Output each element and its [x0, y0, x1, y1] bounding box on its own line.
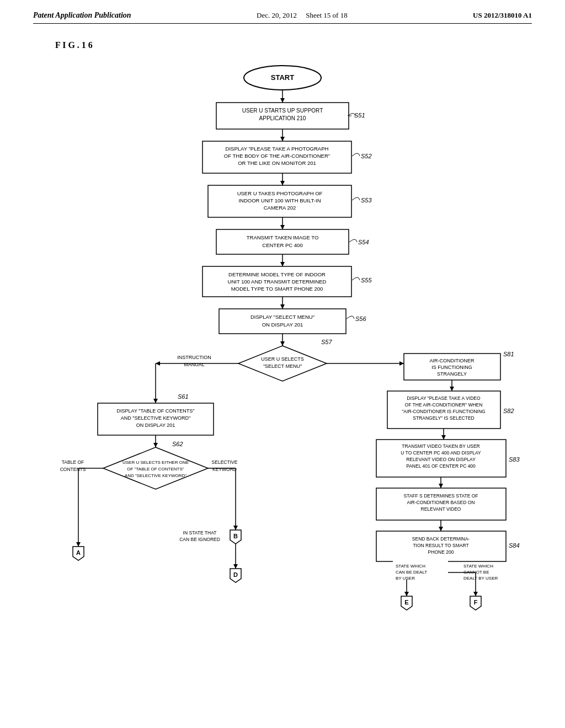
svg-text:D: D: [233, 571, 238, 578]
header-publication-label: Patent Application Publication: [33, 11, 131, 20]
svg-marker-10: [280, 137, 285, 141]
svg-text:OF THE AIR-CONDITIONER" WHEN: OF THE AIR-CONDITIONER" WHEN: [405, 402, 483, 408]
svg-text:S61: S61: [178, 393, 189, 400]
svg-text:MODEL TYPE TO SMART PHONE 200: MODEL TYPE TO SMART PHONE 200: [231, 286, 323, 292]
header-sheet: Sheet 15 of 18: [306, 11, 347, 19]
svg-text:AIR-CONDITIONER BASED ON: AIR-CONDITIONER BASED ON: [407, 500, 475, 505]
svg-text:S56: S56: [355, 315, 366, 322]
svg-text:E: E: [404, 599, 408, 606]
svg-text:RELEVANT VIDEO ON DISPLAY: RELEVANT VIDEO ON DISPLAY: [406, 457, 476, 462]
svg-text:DISPLAY "PLEASE TAKE A PHOTOGR: DISPLAY "PLEASE TAKE A PHOTOGRAPH: [226, 146, 329, 152]
svg-text:CAN BE DEALT: CAN BE DEALT: [396, 570, 427, 575]
svg-text:SELECTIVE: SELECTIVE: [212, 459, 238, 465]
svg-marker-17: [280, 181, 285, 185]
page: Patent Application Publication Dec. 20, …: [0, 0, 565, 728]
svg-marker-114: [153, 443, 158, 447]
svg-text:SEND BACK DETERMINA-: SEND BACK DETERMINA-: [412, 536, 470, 542]
svg-text:S57: S57: [321, 339, 332, 345]
svg-text:PHONE 200: PHONE 200: [428, 549, 454, 555]
svg-text:STATE WHICH: STATE WHICH: [396, 564, 425, 569]
svg-text:USER U SELECTS: USER U SELECTS: [261, 356, 304, 362]
svg-text:UNIT 100 AND TRANSMIT DETERMIN: UNIT 100 AND TRANSMIT DETERMINED: [228, 279, 327, 285]
svg-marker-122: [76, 542, 81, 547]
svg-text:CAN BE IGNORED: CAN BE IGNORED: [179, 537, 220, 542]
svg-text:MANUAL: MANUAL: [184, 362, 205, 367]
svg-text:DEALT BY USER: DEALT BY USER: [463, 576, 498, 581]
svg-text:OF "TABLE OF CONTENTS": OF "TABLE OF CONTENTS": [127, 467, 184, 472]
svg-text:S62: S62: [172, 441, 183, 447]
flowchart-diagram: START USER U STARTS UP SUPPORT APPLICATI…: [45, 61, 520, 712]
svg-text:STRANGELY" IS SELECTED: STRANGELY" IS SELECTED: [413, 415, 475, 421]
svg-text:S84: S84: [509, 542, 520, 549]
svg-marker-30: [280, 262, 285, 266]
svg-text:USER U STARTS UP SUPPORT: USER U STARTS UP SUPPORT: [242, 108, 323, 114]
svg-text:S54: S54: [358, 239, 369, 245]
svg-text:USER U SELECTS EITHER ONE: USER U SELECTS EITHER ONE: [122, 460, 189, 465]
svg-text:TRANSMIT VIDEO TAKEN BY USER: TRANSMIT VIDEO TAKEN BY USER: [402, 443, 480, 449]
svg-marker-37: [280, 304, 285, 309]
svg-marker-92: [404, 592, 409, 596]
svg-text:STRANGELY: STRANGELY: [437, 371, 467, 377]
svg-text:START: START: [271, 73, 294, 82]
svg-text:"SELECT MENU": "SELECT MENU": [263, 363, 302, 369]
svg-text:INDOOR UNIT 100 WITH BUILT-IN: INDOOR UNIT 100 WITH BUILT-IN: [238, 197, 321, 204]
svg-marker-129: [233, 526, 238, 530]
svg-marker-53: [399, 361, 404, 366]
svg-text:CONTENTS: CONTENTS: [60, 467, 86, 472]
svg-marker-68: [441, 435, 446, 440]
svg-text:ON DISPLAY 201: ON DISPLAY 201: [262, 322, 303, 328]
svg-text:CENTER PC 400: CENTER PC 400: [262, 242, 302, 248]
svg-text:KEYWORD: KEYWORD: [212, 467, 237, 472]
svg-text:INSTRUCTION: INSTRUCTION: [177, 355, 211, 360]
svg-text:AND "SELECTIVE KEYWORD": AND "SELECTIVE KEYWORD": [121, 415, 190, 421]
svg-text:PANEL 401 OF CENTER PC 400: PANEL 401 OF CENTER PC 400: [406, 463, 476, 469]
svg-text:STATE WHICH: STATE WHICH: [463, 564, 493, 569]
svg-text:USER U TAKES PHOTOGRAPH OF: USER U TAKES PHOTOGRAPH OF: [237, 190, 323, 196]
svg-text:TRANSMIT TAKEN IMAGE TO: TRANSMIT TAKEN IMAGE TO: [247, 234, 319, 240]
svg-text:DETERMINE MODEL TYPE OF INDOOR: DETERMINE MODEL TYPE OF INDOOR: [228, 271, 326, 277]
svg-marker-82: [439, 527, 443, 531]
svg-text:"AIR-CONDITIONER IS FUNCTIONIN: "AIR-CONDITIONER IS FUNCTIONING: [402, 409, 485, 414]
svg-text:DISPLAY "TABLE OF CONTENTS": DISPLAY "TABLE OF CONTENTS": [117, 408, 195, 414]
svg-text:S83: S83: [509, 456, 520, 463]
svg-text:BY USER: BY USER: [396, 576, 415, 581]
svg-text:F: F: [474, 599, 478, 606]
svg-text:IS FUNCTIONING: IS FUNCTIONING: [431, 365, 472, 370]
figure-label: F I G . 1 6: [55, 40, 532, 50]
header-date-sheet: Dec. 20, 2012 Sheet 15 of 18: [257, 11, 348, 20]
svg-text:ON DISPLAY 201: ON DISPLAY 201: [136, 422, 175, 428]
svg-text:B: B: [233, 533, 238, 539]
svg-text:S52: S52: [361, 153, 372, 159]
svg-marker-43: [280, 341, 285, 346]
svg-text:TABLE OF: TABLE OF: [62, 459, 84, 465]
svg-marker-49: [156, 361, 160, 366]
svg-marker-76: [439, 484, 443, 488]
svg-marker-60: [450, 387, 454, 391]
svg-text:S51: S51: [354, 112, 365, 119]
svg-text:S53: S53: [361, 197, 372, 204]
svg-text:TION RESULT TO SMART: TION RESULT TO SMART: [413, 543, 468, 548]
svg-text:OF THE BODY OF THE AIR-CONDITI: OF THE BODY OF THE AIR-CONDITIONER": [224, 153, 330, 159]
svg-text:U TO CENTER PC 400 AND DISPLAY: U TO CENTER PC 400 AND DISPLAY: [401, 450, 481, 456]
svg-text:DISPLAY "PLEASE TAKE A VIDEO: DISPLAY "PLEASE TAKE A VIDEO: [407, 395, 481, 401]
svg-text:S82: S82: [503, 408, 514, 414]
svg-text:RELEVANT VIDEO: RELEVANT VIDEO: [421, 506, 461, 512]
svg-text:STAFF S DETERMINES STATE OF: STAFF S DETERMINES STATE OF: [403, 493, 478, 499]
svg-text:S81: S81: [503, 351, 514, 357]
svg-marker-137: [233, 564, 238, 569]
svg-marker-100: [473, 592, 478, 596]
svg-text:IN STATE THAT: IN STATE THAT: [183, 530, 217, 536]
svg-text:CAMERA 202: CAMERA 202: [264, 205, 296, 211]
svg-marker-24: [280, 225, 285, 229]
svg-text:APPLICATION 210: APPLICATION 210: [259, 115, 306, 121]
svg-text:AIR-CONDITIONER: AIR-CONDITIONER: [430, 358, 475, 363]
svg-text:S55: S55: [361, 277, 372, 283]
svg-text:CANNOT BE: CANNOT BE: [463, 570, 489, 575]
header-date: Dec. 20, 2012: [257, 11, 297, 19]
svg-marker-3: [280, 98, 285, 103]
header-patent-number: US 2012/318010 A1: [473, 11, 532, 20]
svg-text:AND "SELECTIVE KEYWORD": AND "SELECTIVE KEYWORD": [125, 473, 187, 478]
page-header: Patent Application Publication Dec. 20, …: [33, 11, 532, 24]
svg-text:A: A: [76, 549, 81, 556]
svg-text:DISPLAY "SELECT MENU": DISPLAY "SELECT MENU": [250, 314, 315, 320]
